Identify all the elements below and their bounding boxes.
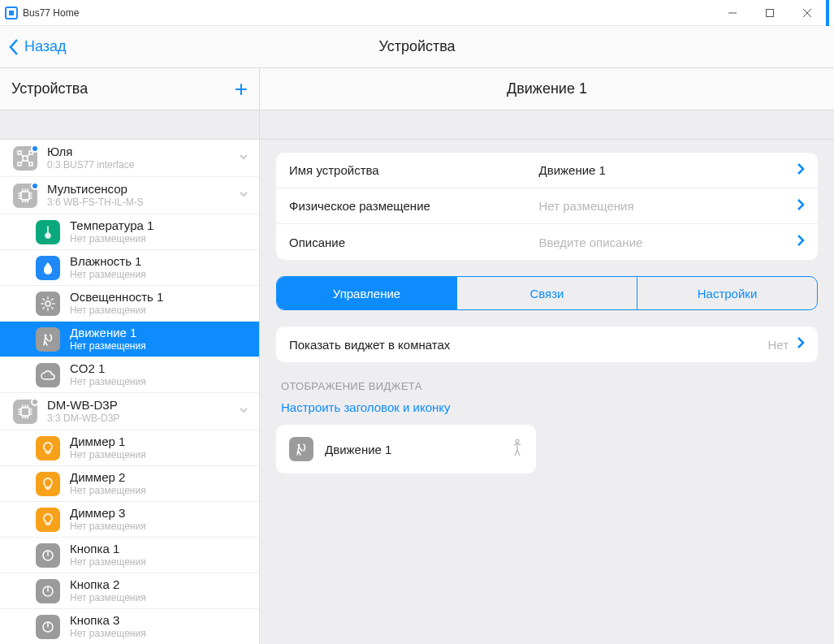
property-row-2[interactable]: ОписаниеВведите описание — [276, 224, 818, 260]
chevron-right-icon — [789, 198, 805, 214]
property-label: Описание — [289, 236, 539, 249]
sidebar-item-ms-4[interactable]: CO2 1Нет размещения — [0, 357, 259, 393]
svg-point-62 — [516, 439, 519, 443]
item-name: Движение 1 — [70, 326, 249, 340]
svg-rect-15 — [21, 192, 29, 200]
show-widget-card: Показать виджет в комнатах Нет — [276, 326, 818, 362]
svg-line-37 — [52, 299, 54, 300]
person-icon — [512, 439, 523, 460]
tab-segmented-control: УправлениеСвязиНастройки — [276, 276, 818, 310]
chevron-down-icon — [238, 188, 249, 203]
tab-1[interactable]: Связи — [457, 277, 637, 309]
svg-line-35 — [52, 307, 54, 309]
panels-header: Устройства + Движение 1 — [0, 68, 834, 110]
item-name: Температура 1 — [70, 218, 249, 233]
sidebar-item-dm-1[interactable]: Диммер 2Нет размещения — [0, 466, 259, 502]
item-name: Кнопка 2 — [70, 577, 249, 592]
item-name: Кнопка 3 — [70, 613, 249, 628]
sidebar-item-dm-4[interactable]: Кнопка 2Нет размещения — [0, 573, 259, 609]
bulb-icon — [36, 508, 60, 532]
sun-icon — [36, 292, 60, 316]
motion-icon — [289, 437, 313, 461]
hub-icon — [13, 146, 37, 171]
status-dot — [31, 398, 39, 406]
close-button[interactable] — [789, 0, 826, 26]
item-name: CO2 1 — [70, 361, 249, 376]
back-button[interactable]: Назад — [0, 38, 67, 56]
svg-line-12 — [27, 154, 29, 157]
chip-icon — [13, 400, 37, 424]
tab-0[interactable]: Управление — [277, 277, 457, 309]
sidebar-item-ms-1[interactable]: Влажность 1Нет размещения — [0, 250, 259, 286]
item-sub: Нет размещения — [70, 233, 249, 244]
sidebar-item-ms-2[interactable]: Освещенность 1Нет размещения — [0, 286, 259, 322]
configure-header-icon-link[interactable]: Настроить заголовок и иконку — [281, 400, 450, 414]
group-sub: 3:3 DM-WB-D3P — [47, 413, 238, 424]
svg-rect-10 — [29, 162, 32, 166]
group-name: Юля — [47, 145, 238, 159]
widget-preview-card[interactable]: Движение 1 — [276, 425, 536, 473]
property-value: Движение 1 — [539, 163, 789, 177]
add-device-button[interactable]: + — [235, 78, 248, 101]
window-title-bar: Bus77 Home — [0, 0, 834, 26]
item-name: Кнопка 1 — [70, 542, 249, 556]
minimize-button[interactable] — [714, 0, 751, 26]
property-row-1[interactable]: Физическое размещениеНет размещения — [276, 188, 818, 224]
item-sub: Нет размещения — [70, 592, 249, 603]
sidebar-group-dmwbd3p[interactable]: DM-WB-D3P3:3 DM-WB-D3P — [0, 393, 259, 430]
sidebar-item-dm-3[interactable]: Кнопка 1Нет размещения — [0, 538, 259, 573]
status-dot — [31, 182, 39, 190]
svg-line-36 — [43, 307, 45, 309]
svg-line-11 — [21, 154, 24, 157]
sidebar-group-multisensor[interactable]: Мультисенсор3:6 WB-FS-TH-IL-M-S — [0, 177, 259, 214]
top-nav: Назад Устройства — [0, 26, 834, 68]
cloud-icon — [36, 363, 60, 387]
tab-2[interactable]: Настройки — [637, 277, 817, 309]
sidebar-item-ms-3[interactable]: Движение 1Нет размещения — [0, 322, 259, 357]
group-sub: 0:3 BUS77 interface — [47, 159, 238, 171]
svg-point-29 — [45, 301, 50, 306]
chevron-right-icon — [789, 336, 805, 352]
show-widget-value: Нет — [767, 338, 789, 352]
maximize-button[interactable] — [751, 0, 789, 26]
power-icon — [36, 543, 60, 568]
svg-point-61 — [298, 444, 300, 447]
detail-title: Движение 1 — [260, 68, 834, 110]
page-title: Устройства — [0, 38, 834, 55]
item-name: Диммер 2 — [70, 470, 249, 485]
item-sub: Нет размещения — [70, 628, 249, 639]
property-value: Нет размещения — [539, 199, 789, 213]
property-label: Имя устройства — [289, 163, 539, 177]
item-sub: Нет размещения — [70, 449, 249, 460]
widget-preview-name: Движение 1 — [325, 443, 512, 456]
sidebar-item-ms-0[interactable]: Температура 1Нет размещения — [0, 214, 259, 250]
sidebar-title: Устройства — [11, 80, 235, 97]
chevron-down-icon — [238, 404, 249, 419]
power-icon — [36, 579, 60, 603]
sidebar-group-yulya[interactable]: Юля0:3 BUS77 interface — [0, 140, 259, 177]
thermo-icon — [36, 220, 60, 244]
device-detail: Имя устройстваДвижение 1Физическое разме… — [260, 140, 834, 644]
svg-rect-3 — [767, 9, 774, 16]
item-sub: Нет размещения — [70, 485, 249, 496]
sidebar-item-dm-2[interactable]: Диммер 3Нет размещения — [0, 502, 259, 538]
item-sub: Нет размещения — [70, 521, 249, 532]
property-row-0[interactable]: Имя устройстваДвижение 1 — [276, 153, 818, 188]
sidebar-item-dm-5[interactable]: Кнопка 3Нет размещения — [0, 609, 259, 644]
svg-line-13 — [21, 160, 24, 162]
group-name: DM-WB-D3P — [47, 398, 238, 413]
chip-icon — [13, 184, 37, 208]
accent-edge — [826, 0, 829, 26]
item-sub: Нет размещения — [70, 305, 249, 316]
show-widget-row[interactable]: Показать виджет в комнатах Нет — [276, 326, 818, 362]
item-sub: Нет размещения — [70, 340, 249, 352]
property-label: Физическое размещение — [289, 199, 539, 213]
chevron-right-icon — [789, 234, 805, 250]
svg-rect-39 — [21, 408, 29, 416]
chevron-down-icon — [238, 151, 249, 166]
show-widget-label: Показать виджет в комнатах — [289, 338, 767, 352]
sidebar-item-dm-0[interactable]: Диммер 1Нет размещения — [0, 430, 259, 466]
item-name: Диммер 3 — [70, 506, 249, 521]
drop-icon — [36, 256, 60, 280]
device-sidebar[interactable]: Юля0:3 BUS77 interfaceМультисенсор3:6 WB… — [0, 140, 260, 644]
